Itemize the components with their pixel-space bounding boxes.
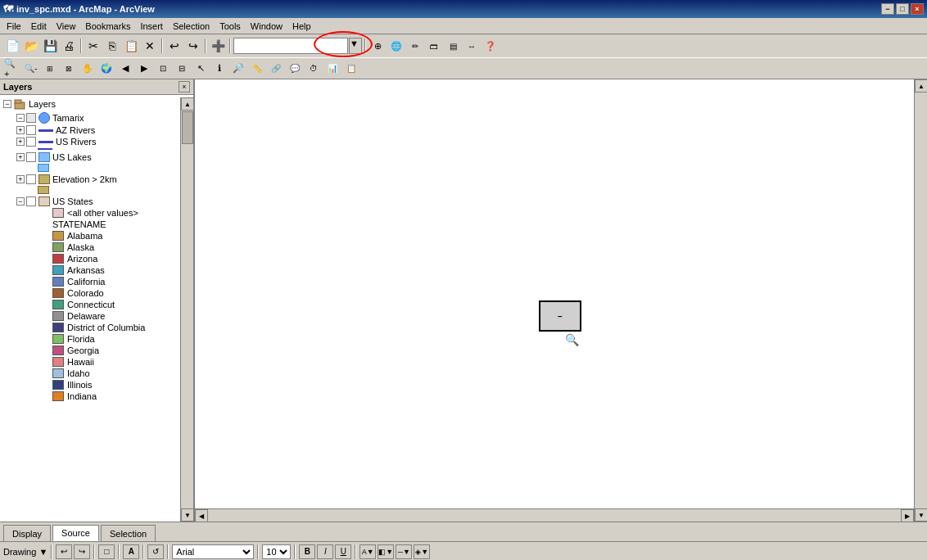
open-button[interactable]: 📂 <box>22 37 40 55</box>
back-btn[interactable]: ◀ <box>116 60 134 78</box>
menu-window[interactable]: Window <box>246 20 287 33</box>
new-button[interactable]: 📄 <box>3 37 21 55</box>
time-btn[interactable]: ⏱ <box>305 60 323 78</box>
copy-button[interactable]: ⎘ <box>103 37 121 55</box>
map-scrollbar-h[interactable]: ◀ ▶ <box>195 508 914 522</box>
menu-edit[interactable]: Edit <box>26 20 52 33</box>
editor-btn[interactable]: ✏ <box>406 37 424 55</box>
pan-btn[interactable]: ✋ <box>79 60 97 78</box>
map-scroll-h-right[interactable]: ▶ <box>901 509 914 522</box>
layers-group-header[interactable]: − Layers <box>0 97 180 111</box>
scroll-up-btn[interactable]: ▲ <box>181 97 194 111</box>
font-size-select[interactable]: 10 <box>262 544 291 559</box>
zoom-to-select[interactable]: ⊟ <box>173 60 191 78</box>
help-btn[interactable]: ❓ <box>482 37 500 55</box>
map-scrollbar-v[interactable]: ▲ ▼ <box>914 79 927 522</box>
undo-button[interactable]: ↩ <box>165 37 183 55</box>
us-lakes-layer[interactable]: + US Lakes <box>0 151 180 163</box>
elevation-layer[interactable]: + Elevation > 2km <box>0 174 180 185</box>
add-data-button[interactable]: ➕ <box>209 37 227 55</box>
tamarix-layer[interactable]: − Tamarix <box>0 111 180 124</box>
us-rivers-checkbox[interactable] <box>26 137 36 147</box>
tab-source[interactable]: Source <box>52 525 99 541</box>
undo-draw[interactable]: ↩ <box>56 544 72 559</box>
menu-help[interactable]: Help <box>287 20 316 33</box>
identify-btn[interactable]: ℹ <box>210 60 228 78</box>
globe-btn[interactable]: 🌍 <box>97 60 115 78</box>
select-features[interactable]: ↖ <box>192 60 210 78</box>
scale-dropdown[interactable]: ▼ <box>349 38 362 54</box>
html-popup[interactable]: 💬 <box>286 60 304 78</box>
map-scroll-h-left[interactable]: ◀ <box>195 509 208 522</box>
menu-bookmarks[interactable]: Bookmarks <box>80 20 135 33</box>
fixed-zoom-in[interactable]: ⊞ <box>41 60 59 78</box>
italic-btn[interactable]: I <box>317 544 333 559</box>
zoom-in-full[interactable]: ⊕ <box>369 37 387 55</box>
us-lakes-checkbox[interactable] <box>26 152 36 162</box>
az-rivers-checkbox[interactable] <box>26 125 36 135</box>
tab-selection[interactable]: Selection <box>101 525 156 541</box>
redo-button[interactable]: ↪ <box>184 37 202 55</box>
bold-btn[interactable]: B <box>299 544 315 559</box>
fill-color-btn[interactable]: ◧▼ <box>378 544 394 559</box>
font-name-select[interactable]: Arial <box>172 544 254 559</box>
refresh-btn[interactable]: ↺ <box>147 544 164 559</box>
paste-button[interactable]: 📋 <box>122 37 140 55</box>
zoom-out-btn[interactable]: 🔍- <box>22 60 40 78</box>
az-rivers-layer[interactable]: + AZ Rivers <box>0 124 180 136</box>
tamarix-checkbox[interactable] <box>26 113 36 123</box>
elevation-checkbox[interactable] <box>26 174 36 184</box>
menu-tools[interactable]: Tools <box>215 20 246 33</box>
us-states-expand[interactable]: − <box>16 197 25 205</box>
forward-btn[interactable]: ▶ <box>135 60 153 78</box>
shadow-btn[interactable]: ◈▼ <box>414 544 430 559</box>
layout-btn[interactable]: ▤ <box>444 37 462 55</box>
map-scroll-v-down[interactable]: ▼ <box>915 508 927 522</box>
scroll-thumb[interactable] <box>182 111 193 144</box>
select-frame[interactable]: ⊡ <box>154 60 172 78</box>
layers-expand[interactable]: − <box>3 100 11 108</box>
font-color-btn[interactable]: A▼ <box>359 544 376 559</box>
map-area[interactable]: − 🔍 ▲ ▼ ◀ ▶ <box>195 79 927 522</box>
tab-display[interactable]: Display <box>3 525 51 541</box>
elevation-expand[interactable]: + <box>16 175 25 183</box>
us-states-layer[interactable]: − US States <box>0 196 180 207</box>
panel-scrollbar[interactable]: ▲ ▼ <box>180 97 193 522</box>
panel-close-button[interactable]: × <box>179 81 190 93</box>
save-button[interactable]: 💾 <box>41 37 59 55</box>
delete-button[interactable]: ✕ <box>141 37 159 55</box>
az-rivers-expand[interactable]: + <box>16 126 25 134</box>
redo-draw[interactable]: ↪ <box>74 544 90 559</box>
cut-button[interactable]: ✂ <box>84 37 102 55</box>
tamarix-expand[interactable]: − <box>16 114 25 122</box>
hyperlink-btn[interactable]: 🔗 <box>267 60 285 78</box>
us-rivers-expand[interactable]: + <box>16 138 25 146</box>
drawing-label[interactable]: Drawing ▼ <box>3 547 47 557</box>
line-color-btn[interactable]: ─▼ <box>396 544 412 559</box>
arc-catalog-btn[interactable]: 🗃 <box>425 37 443 55</box>
zoom-in-btn[interactable]: 🔍+ <box>3 60 21 78</box>
scroll-down-btn[interactable]: ▼ <box>181 508 194 522</box>
maximize-button[interactable]: □ <box>896 3 909 15</box>
find-btn[interactable]: 🔎 <box>229 60 247 78</box>
us-lakes-expand[interactable]: + <box>16 153 25 161</box>
map-scroll-v-up[interactable]: ▲ <box>915 79 927 93</box>
graph-btn[interactable]: 📊 <box>323 60 341 78</box>
menu-file[interactable]: File <box>2 20 26 33</box>
zoom-to-layer[interactable]: 🌐 <box>387 37 405 55</box>
close-button[interactable]: × <box>911 3 924 15</box>
minimize-button[interactable]: − <box>881 3 894 15</box>
map-canvas[interactable]: − 🔍 <box>195 79 927 522</box>
rect-tool[interactable]: □ <box>98 544 115 559</box>
menu-selection[interactable]: Selection <box>168 20 215 33</box>
scale-input[interactable]: 1:18,184,482.262 <box>233 38 348 54</box>
underline-btn[interactable]: U <box>335 544 351 559</box>
text-btn[interactable]: A <box>123 544 139 559</box>
report-btn[interactable]: 📋 <box>342 60 360 78</box>
menu-insert[interactable]: Insert <box>135 20 168 33</box>
measure-btn[interactable]: 📏 <box>248 60 266 78</box>
menu-view[interactable]: View <box>52 20 81 33</box>
us-states-checkbox[interactable] <box>26 196 36 206</box>
print-button[interactable]: 🖨 <box>60 37 78 55</box>
fixed-zoom-out[interactable]: ⊠ <box>60 60 78 78</box>
